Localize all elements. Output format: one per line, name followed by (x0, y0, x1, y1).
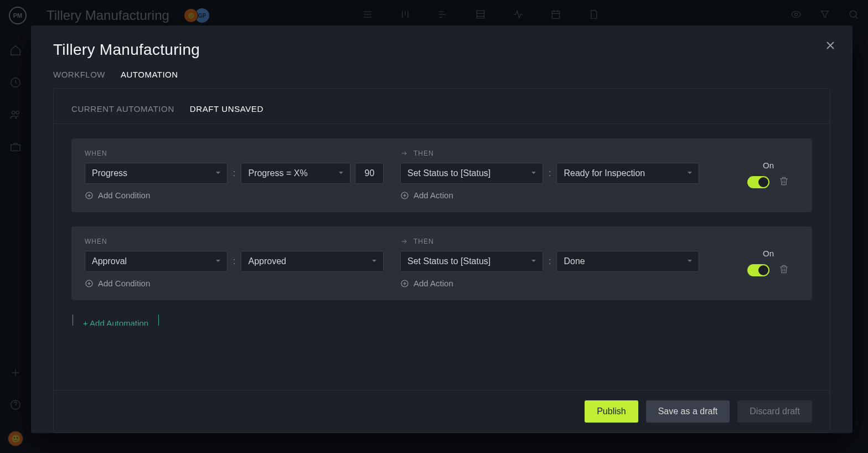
chevron-down-icon (215, 256, 221, 266)
automation-subtabs: CURRENT AUTOMATION DRAFT UNSAVED (54, 89, 830, 124)
plus-circle-icon (85, 191, 94, 200)
chevron-down-icon (530, 256, 537, 266)
discard-draft-button[interactable]: Discard draft (737, 400, 812, 423)
automation-panel: CURRENT AUTOMATION DRAFT UNSAVED WHEN Pr… (53, 88, 830, 433)
select-value: Done (564, 256, 585, 266)
add-condition-label: Add Condition (98, 279, 150, 288)
separator: : (547, 256, 552, 266)
close-button[interactable] (824, 39, 837, 52)
add-automation-clip: + Add Automation (73, 315, 812, 326)
trash-icon (778, 264, 789, 275)
toggle-label: On (763, 249, 774, 258)
automation-modal: Tillery Manufacturing WORKFLOW AUTOMATIO… (31, 25, 852, 433)
save-draft-button[interactable]: Save as a draft (646, 400, 730, 423)
separator: : (232, 256, 236, 266)
then-action-select[interactable]: Set Status to [Status] (400, 251, 543, 272)
activity-icon[interactable] (513, 9, 524, 22)
when-trigger-select[interactable]: Progress (85, 163, 228, 184)
project-title: Tillery Manufacturing (46, 8, 169, 23)
list-icon[interactable] (362, 9, 373, 22)
subtab-current[interactable]: CURRENT AUTOMATION (71, 104, 174, 114)
add-action-label: Add Action (414, 191, 453, 200)
select-value: Set Status to [Status] (407, 256, 490, 266)
briefcase-icon[interactable] (9, 141, 22, 155)
help-icon[interactable] (9, 399, 22, 413)
then-value-select[interactable]: Done (556, 251, 699, 272)
chevron-down-icon (530, 168, 537, 178)
plus-circle-icon (85, 279, 94, 288)
modal-header: Tillery Manufacturing WORKFLOW AUTOMATIO… (31, 25, 852, 88)
rule-controls: On (738, 150, 799, 200)
view-switcher (362, 9, 599, 22)
tab-workflow[interactable]: WORKFLOW (53, 70, 105, 88)
calendar-icon[interactable] (550, 9, 561, 22)
toggle-label: On (763, 161, 774, 170)
plus-icon[interactable] (9, 367, 22, 381)
add-action-button[interactable]: Add Action (400, 279, 732, 288)
sidebar: 🙂 (0, 31, 31, 453)
then-section: THEN Set Status to [Status] : Ready for … (400, 150, 732, 200)
user-avatar[interactable]: 🙂 (8, 431, 23, 446)
then-action-select[interactable]: Set Status to [Status] (400, 163, 543, 184)
app-logo: PM (9, 7, 27, 24)
delete-rule-button[interactable] (778, 264, 789, 277)
add-action-button[interactable]: Add Action (400, 191, 732, 200)
plus-circle-icon (400, 279, 409, 288)
arrow-right-icon (400, 238, 408, 245)
board-icon[interactable] (400, 9, 411, 22)
arrow-right-icon (400, 150, 408, 157)
svg-point-2 (795, 13, 798, 16)
chevron-down-icon (371, 256, 378, 266)
automation-rule: WHEN Approval : Approved (71, 226, 812, 300)
when-trigger-select[interactable]: Approval (85, 251, 228, 272)
select-value: Set Status to [Status] (407, 168, 490, 178)
rule-toggle[interactable] (747, 176, 769, 188)
gantt-icon[interactable] (437, 9, 448, 22)
publish-button[interactable]: Publish (585, 400, 638, 423)
select-value: Approval (92, 256, 127, 266)
rules-area: WHEN Progress : Progress = X% (54, 124, 830, 390)
search-icon[interactable] (848, 9, 859, 22)
avatar: 🙂 (184, 8, 198, 23)
then-label: THEN (400, 150, 732, 157)
svg-rect-7 (11, 145, 20, 151)
chevron-down-icon (215, 168, 221, 178)
delete-rule-button[interactable] (778, 176, 789, 189)
add-automation-button[interactable]: + Add Automation (73, 315, 159, 326)
rule-toggle[interactable] (747, 264, 769, 276)
sheet-icon[interactable] (475, 9, 486, 22)
select-value: Approved (248, 256, 286, 266)
separator: : (232, 168, 236, 178)
then-section: THEN Set Status to [Status] : Done (400, 238, 732, 288)
avatar-group: 🙂 GP (184, 8, 209, 23)
when-condition-select[interactable]: Progress = X% (241, 163, 350, 184)
automation-rule: WHEN Progress : Progress = X% (71, 138, 812, 212)
subtab-draft[interactable]: DRAFT UNSAVED (190, 104, 264, 114)
home-icon[interactable] (9, 44, 22, 59)
trash-icon (778, 176, 789, 187)
add-condition-button[interactable]: Add Condition (85, 191, 395, 200)
modal-tabs: WORKFLOW AUTOMATION (53, 70, 830, 88)
separator: : (547, 168, 552, 178)
when-section: WHEN Progress : Progress = X% (85, 150, 395, 200)
chevron-down-icon (686, 256, 693, 266)
filter-icon[interactable] (819, 9, 830, 22)
eye-icon[interactable] (790, 9, 802, 22)
when-condition-select[interactable]: Approved (241, 251, 384, 272)
topbar-right (790, 9, 859, 22)
then-value-select[interactable]: Ready for Inspection (556, 163, 699, 184)
team-icon[interactable] (9, 109, 22, 123)
svg-rect-1 (552, 11, 559, 18)
plus-circle-icon (400, 191, 409, 200)
svg-rect-0 (477, 11, 484, 18)
select-value: Ready for Inspection (564, 168, 645, 178)
add-condition-button[interactable]: Add Condition (85, 279, 395, 288)
tab-automation[interactable]: AUTOMATION (121, 70, 178, 88)
chevron-down-icon (686, 168, 693, 178)
svg-point-5 (12, 111, 15, 115)
modal-footer: Publish Save as a draft Discard draft (54, 390, 830, 433)
clock-icon[interactable] (9, 76, 22, 91)
close-icon (824, 39, 837, 52)
file-icon[interactable] (588, 9, 599, 22)
when-value-input[interactable] (355, 163, 384, 184)
